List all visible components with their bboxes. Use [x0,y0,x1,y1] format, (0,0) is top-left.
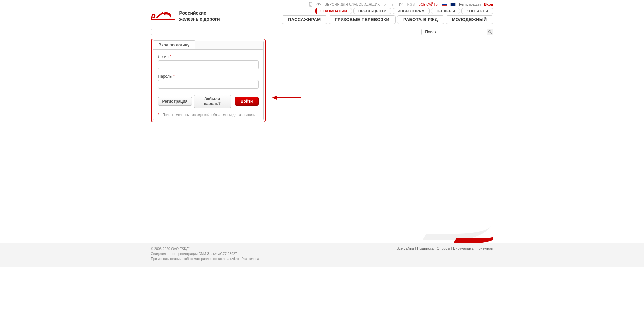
flag-ru-icon[interactable] [442,3,447,6]
rss-link[interactable]: RSS [407,3,415,6]
home-icon[interactable] [391,2,396,7]
main-nav: О КОМПАНИИ ПРЕСС-ЦЕНТР ИНВЕСТОРАМ ТЕНДЕР… [282,8,493,24]
footer-copyright: © 2003-2020 ОАО "РЖД" [151,246,259,251]
search-input[interactable] [440,29,483,35]
nav-press[interactable]: ПРЕСС-ЦЕНТР [353,8,391,14]
svg-marker-13 [272,96,277,100]
footer-polls[interactable]: Опросы [437,246,450,250]
submit-login-button[interactable]: Войти [235,97,259,106]
search-button[interactable] [487,29,493,35]
footer-reception[interactable]: Виртуальная приемная [453,246,493,250]
annotation-arrow-icon [272,94,302,101]
search-row: Поиск [151,29,493,35]
forgot-password-button[interactable]: Забыли пароль? [194,95,231,108]
login-label: Логин * [158,54,259,59]
svg-point-6 [385,4,386,5]
rzd-logo-icon: p [151,11,175,21]
svg-line-11 [491,33,492,34]
nav-cargo[interactable]: ГРУЗОВЫЕ ПЕРЕВОЗКИ [329,15,396,24]
logo-text: Российские железные дороги [179,10,220,22]
svg-point-5 [387,5,387,6]
magnifier-icon [488,30,492,34]
mobile-icon[interactable] [308,2,313,7]
footer-all-sites[interactable]: Все сайты [396,246,414,250]
svg-rect-9 [151,19,175,20]
nav-contacts[interactable]: КОНТАКТЫ [461,8,493,14]
footer-usage: При использовании любых материалов ссылк… [151,256,259,261]
topbar-register-link[interactable]: Регистрация [459,2,481,6]
nav-youth[interactable]: МОЛОДЕЖНЫЙ [446,15,493,24]
login-highlight-box: Вход по логину Логин * Пароль * Регистра… [151,39,266,122]
nav-about[interactable]: О КОМПАНИИ [315,8,352,14]
breadcrumb-input[interactable] [151,29,422,35]
required-note: * Поля, отмеченные звездочкой, обязатель… [158,113,259,117]
nav-tenders[interactable]: ТЕНДЕРЫ [431,8,460,14]
nav-jobs[interactable]: РАБОТА В РЖД [397,15,444,24]
sitemap-icon[interactable] [383,2,388,7]
svg-point-4 [384,5,385,6]
svg-text:p: p [151,11,156,20]
footer-left: © 2003-2020 ОАО "РЖД" Свидетельство о ре… [151,246,259,261]
footer-cert: Свидетельство о регистрации СМИ Эл. № ФС… [151,251,259,256]
svg-point-2 [318,4,319,5]
mail-icon[interactable] [399,2,404,7]
search-label: Поиск [425,30,436,34]
password-label: Пароль * [158,74,259,79]
footer-subscribe[interactable]: Подписка [417,246,434,250]
nav-investors[interactable]: ИНВЕСТОРАМ [393,8,430,14]
nav-primary: О КОМПАНИИ ПРЕСС-ЦЕНТР ИНВЕСТОРАМ ТЕНДЕР… [315,8,493,14]
header: p Российские железные дороги О КОМПАНИИ … [151,8,493,24]
accessibility-link[interactable]: ВЕРСИЯ ДЛЯ СЛАБОВИДЯЩИХ [325,3,380,6]
register-button[interactable]: Регистрация [158,97,192,106]
svg-point-1 [310,5,311,6]
flag-en-icon[interactable] [450,3,456,6]
login-tab[interactable]: Вход по логину [153,40,195,49]
login-input[interactable] [158,60,259,69]
footer-swoosh [151,223,493,243]
nav-passengers[interactable]: ПАССАЖИРАМ [282,15,327,24]
eye-icon [316,2,321,7]
footer-links: Все сайты | Подписка | Опросы | Виртуаль… [396,246,493,261]
login-panel: Вход по логину Логин * Пароль * Регистра… [153,41,264,120]
all-sites-link[interactable]: ВСЕ САЙТЫ [418,3,438,6]
topbar: ВЕРСИЯ ДЛЯ СЛАБОВИДЯЩИХ RSS ВСЕ САЙТЫ Ре… [151,0,493,8]
svg-point-10 [488,31,491,33]
topbar-login-link[interactable]: Вход [484,2,493,6]
password-input[interactable] [158,80,259,89]
nav-secondary: ПАССАЖИРАМ ГРУЗОВЫЕ ПЕРЕВОЗКИ РАБОТА В Р… [282,15,493,24]
footer: © 2003-2020 ОАО "РЖД" Свидетельство о ре… [0,243,644,267]
svg-point-3 [385,3,386,3]
logo[interactable]: p Российские железные дороги [151,8,220,22]
